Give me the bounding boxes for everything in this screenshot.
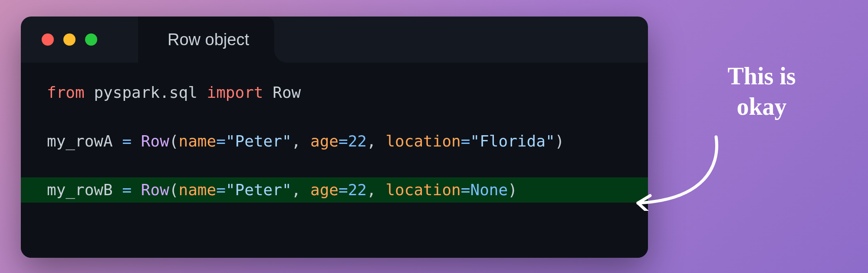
zoom-icon[interactable] — [85, 33, 97, 46]
keyword-from: from — [47, 83, 85, 101]
module-path: pyspark.sql — [94, 83, 197, 101]
code-body: from pyspark.sql import Row my_rowA = Ro… — [21, 63, 648, 258]
tab-title: Row object — [168, 30, 249, 49]
param-name: location — [385, 132, 460, 150]
tab-active[interactable]: Row object — [138, 17, 274, 63]
code-line: my_rowA = Row(name="Peter", age=22, loca… — [21, 129, 648, 154]
minimize-icon[interactable] — [63, 33, 76, 46]
string-literal: "Peter" — [226, 181, 292, 199]
variable: my_rowA — [47, 132, 113, 150]
number-literal: 22 — [348, 132, 367, 150]
param-name: age — [310, 181, 339, 199]
string-literal: "Florida" — [470, 132, 555, 150]
variable: my_rowB — [47, 181, 113, 199]
titlebar: Row object — [21, 17, 648, 63]
close-icon[interactable] — [42, 33, 54, 46]
class-name: Row — [273, 83, 301, 101]
callable: Row — [141, 132, 169, 150]
annotation-line: okay — [736, 93, 786, 120]
param-name: location — [385, 181, 460, 199]
annotation-label: This is okay — [694, 61, 829, 122]
param-name: age — [310, 132, 339, 150]
param-name: name — [179, 181, 217, 199]
code-line: from pyspark.sql import Row — [21, 80, 648, 105]
annotation-line: This is — [727, 63, 796, 90]
keyword-import: import — [207, 83, 263, 101]
none-literal: None — [470, 181, 508, 199]
param-name: name — [179, 132, 217, 150]
string-literal: "Peter" — [226, 132, 292, 150]
editor-window: Row object from pyspark.sql import Row m… — [21, 17, 648, 258]
code-line-highlight: my_rowB = Row(name="Peter", age=22, loca… — [21, 177, 648, 203]
code-line — [21, 154, 648, 177]
callable: Row — [141, 181, 169, 199]
traffic-lights — [21, 33, 97, 46]
number-literal: 22 — [348, 181, 367, 199]
code-line — [21, 105, 648, 129]
